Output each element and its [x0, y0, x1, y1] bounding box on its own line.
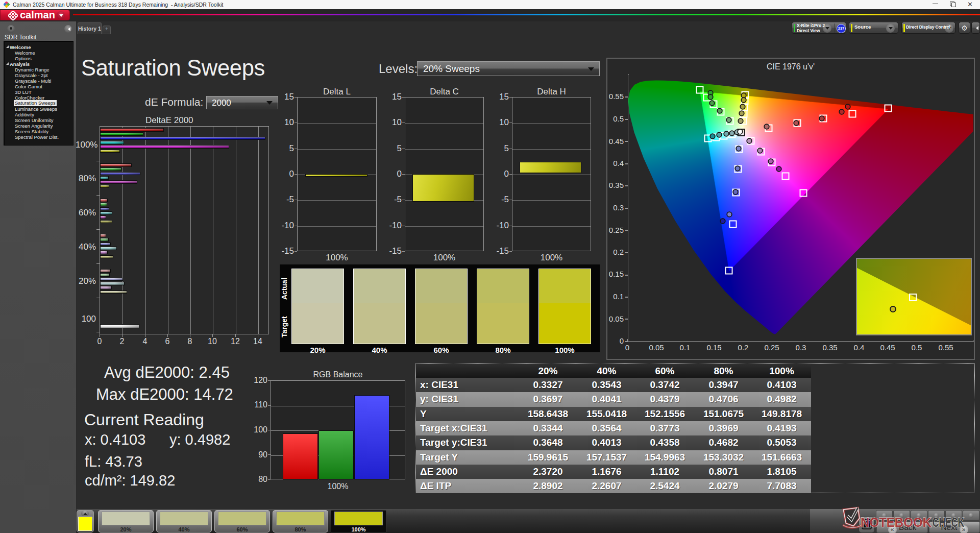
svg-text:CHECK: CHECK [933, 515, 964, 529]
svg-text:NOTEBOOK: NOTEBOOK [861, 515, 932, 529]
